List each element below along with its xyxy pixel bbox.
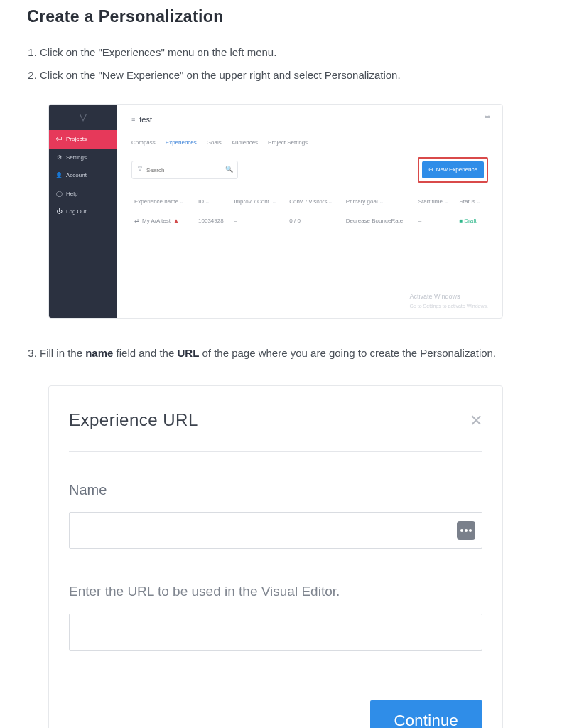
new-experience-button[interactable]: ⊕ New Experience (422, 161, 484, 178)
sidebar-item-label: Projects (66, 134, 87, 144)
sidebar-item-label: Settings (66, 153, 87, 163)
continue-button[interactable]: Continue (370, 700, 482, 728)
table-row[interactable]: ⇄My A/A test▲ 10034928 – 0 / 0 Decrease … (131, 212, 488, 230)
close-icon[interactable]: × (470, 410, 482, 431)
tabs: Compass Experiences Goals Audiences Proj… (131, 138, 488, 148)
sidebar-item-account[interactable]: 👤 Account (49, 166, 117, 185)
modal-title: Experience URL (69, 406, 198, 435)
step-3-text-c: of the page where you are going to creat… (199, 347, 496, 359)
url-hint: Enter the URL to be used in the Visual E… (69, 580, 482, 603)
more-options-icon[interactable] (457, 521, 475, 540)
logo (49, 105, 117, 130)
col-start[interactable]: Start time⌄ (416, 194, 457, 213)
steps-list: Click on the "Experiences" menu on the l… (27, 43, 546, 728)
power-icon: ⏻ (56, 207, 62, 217)
step-3: Fill in the name field and the URL of th… (40, 344, 546, 728)
tab-audiences[interactable]: Audiences (232, 138, 258, 148)
user-menu-icon[interactable]: ⩸ (485, 112, 491, 122)
breadcrumb: ≡ test (131, 113, 488, 127)
sliders-icon: ⚙ (56, 153, 62, 163)
screenshot-experiences: 🏷 Projects ⚙ Settings 👤 Account ◯ Help (48, 104, 503, 318)
sidebar-item-label: Log Out (66, 207, 86, 217)
cell-id: 10034928 (195, 212, 231, 230)
cell-name: My A/A test (142, 216, 171, 226)
activate-sub: Go to Settings to activate Windows. (410, 302, 489, 311)
sidebar-item-projects[interactable]: 🏷 Projects (49, 130, 117, 149)
col-improv[interactable]: Improv. / Conf.⌄ (231, 194, 286, 213)
filter-icon: ∇ (138, 164, 142, 175)
search-icon: 🔍 (225, 164, 233, 175)
cell-status: ■Draft (456, 212, 488, 230)
col-name[interactable]: Experience name⌄ (131, 194, 195, 213)
tag-icon: 🏷 (56, 134, 62, 144)
sidebar-item-settings[interactable]: ⚙ Settings (49, 149, 117, 167)
user-icon: 👤 (56, 171, 62, 181)
step-2: Click on the "New Experience" on the upp… (40, 66, 546, 319)
experiment-icon: ⇄ (134, 216, 139, 226)
activate-windows-watermark: Activate Windows Go to Settings to activ… (410, 291, 489, 311)
experiences-table: Experience name⌄ ID⌄ Improv. / Conf.⌄ Co… (131, 194, 488, 230)
breadcrumb-title: test (139, 113, 152, 127)
tab-goals[interactable]: Goals (207, 138, 222, 148)
cell-improv: – (231, 212, 286, 230)
step-3-url-word: URL (177, 347, 199, 359)
col-id[interactable]: ID⌄ (195, 194, 231, 213)
step-3-text-b: field and the (113, 347, 177, 359)
help-icon: ◯ (56, 189, 62, 199)
activate-title: Activate Windows (410, 291, 489, 302)
sidebar-item-label: Help (66, 189, 77, 199)
col-status[interactable]: Status⌄ (456, 194, 488, 213)
step-1: Click on the "Experiences" menu on the l… (40, 43, 546, 62)
sidebar: 🏷 Projects ⚙ Settings 👤 Account ◯ Help (49, 105, 117, 318)
menu-icon[interactable]: ≡ (131, 114, 135, 125)
step-2-text: Click on the "New Experience" on the upp… (40, 69, 401, 81)
name-input[interactable] (69, 512, 482, 549)
sidebar-item-help[interactable]: ◯ Help (49, 185, 117, 203)
cell-conv: 0 / 0 (286, 212, 342, 230)
col-conv[interactable]: Conv. / Visitors⌄ (286, 194, 342, 213)
name-label: Name (69, 478, 482, 502)
experience-url-modal: Experience URL × Name Enter the URL to b… (48, 385, 503, 729)
cell-start: – (416, 212, 457, 230)
step-3-name-word: name (85, 347, 113, 359)
url-input[interactable] (69, 614, 482, 651)
plus-icon: ⊕ (428, 165, 433, 175)
tab-project-settings[interactable]: Project Settings (268, 138, 308, 148)
cell-goal: Decrease BounceRate (343, 212, 416, 230)
step-1-text: Click on the "Experiences" menu on the l… (40, 46, 276, 58)
warning-icon: ▲ (173, 216, 179, 226)
page-title: Create a Personalization (27, 7, 546, 26)
sidebar-item-logout[interactable]: ⏻ Log Out (49, 203, 117, 221)
new-experience-highlight: ⊕ New Experience (418, 157, 488, 183)
search-input[interactable] (146, 167, 221, 173)
search-box[interactable]: ∇ 🔍 (131, 161, 238, 178)
tab-compass[interactable]: Compass (131, 138, 156, 148)
main-panel: ⩸ ≡ test Compass Experiences Goals Audie… (117, 105, 502, 318)
new-experience-label: New Experience (436, 165, 477, 175)
tab-experiences[interactable]: Experiences (166, 138, 197, 148)
col-goal[interactable]: Primary goal⌄ (343, 194, 416, 213)
sidebar-item-label: Account (66, 171, 87, 181)
step-3-text-a: Fill in the (40, 347, 85, 359)
